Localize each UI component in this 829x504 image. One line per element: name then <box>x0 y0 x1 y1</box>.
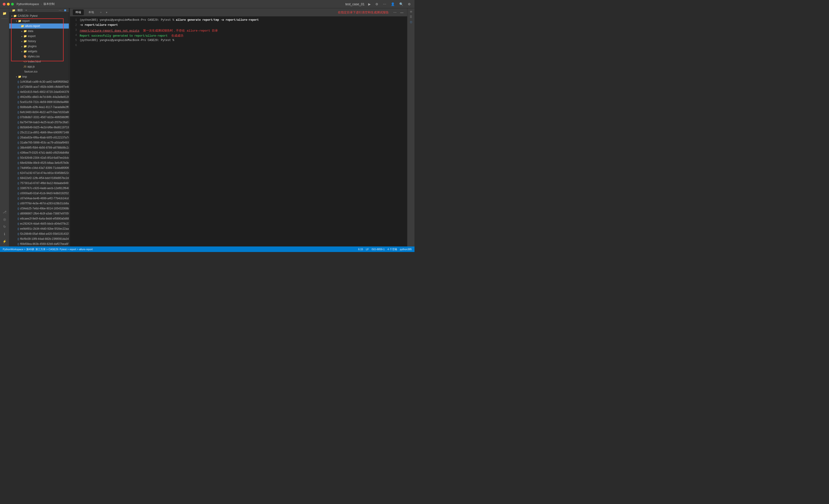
list-item[interactable]: 🎨styles.css <box>9 54 69 59</box>
list-item[interactable]: ▸📁widgets <box>9 49 69 54</box>
sidebar-plugin-icon[interactable]: ⚡ <box>1 238 8 245</box>
more-icon[interactable]: ⋯ <box>382 2 387 6</box>
list-item[interactable]: favicon.ico <box>9 69 69 74</box>
list-item[interactable]: {}8b5b6649-0d25-4e2d-bf6e-9bd8119719dc-r… <box>9 125 69 130</box>
panel-title: 项目 <box>17 8 23 12</box>
sidebar-folder-icon[interactable]: 📁 <box>1 10 8 16</box>
file-icon: </> <box>24 60 27 63</box>
minimize-button[interactable] <box>7 3 10 5</box>
file-icon: 🎨 <box>24 55 27 58</box>
list-item[interactable]: ▸📁history <box>9 39 69 44</box>
list-item[interactable]: {}ee9d491c-2b34-44d0-92be-5f16ec22aa96-c… <box>9 226 69 231</box>
sidebar-git-icon[interactable]: ⎇ <box>1 209 8 215</box>
list-item[interactable]: {}6b8bdafb-d2fb-4ea1-8117-7aeada8e2ff2-c… <box>9 105 69 110</box>
file-label: 6247a192-671d-474a-b91e-93458b522cab-res… <box>20 171 69 175</box>
tree-arrow-icon: ▸ <box>20 30 24 33</box>
list-item[interactable]: {}c67e04aa-be46-4699-a4f2-77b4cb14cdad-c… <box>9 196 69 201</box>
right-sidebar-icon-2[interactable]: ☰ <box>410 15 412 19</box>
tab-dropdown-icon[interactable]: ▾ <box>106 11 107 14</box>
list-item[interactable]: ▸📁data <box>9 29 69 34</box>
terminal-more-icon[interactable]: ⋯ <box>392 10 397 15</box>
list-item[interactable]: ▾📁allure-report <box>9 24 69 29</box>
list-item[interactable]: {}cf34eb25-7e6d-49be-9014-165432068b8b-c… <box>9 206 69 211</box>
list-item[interactable]: {}6efc3483-8d34-4b22-ad7f-0aa7d192a884-c… <box>9 110 69 115</box>
list-item[interactable]: {}ec292424-4da4-4b05-bbcb-d04e079c2395-c… <box>9 221 69 226</box>
list-item[interactable]: {}c697f76d-4e3e-467d-a283-b28b31cb8a4e-r… <box>9 201 69 206</box>
tree-arrow-icon: ▸ <box>20 40 24 43</box>
file-label: 757301a3-67d7-4f8d-9a12-fddaabe94911-con… <box>20 181 69 185</box>
file-label: 50c92648-2304-42a5-8f1d-6a97ee16cb76-res… <box>20 156 69 159</box>
file-label: 4e92c815-f4e5-4802-8720-2da404437936-con… <box>20 90 69 94</box>
list-item[interactable]: {}f2c28848-05af-48bd-a420-55b519143256-r… <box>9 231 69 236</box>
tree-root[interactable]: ▾ 📁 CASE29: Pytest <box>9 13 69 19</box>
sidebar-info-icon[interactable]: ℹ <box>1 231 8 237</box>
file-label: history <box>28 40 36 43</box>
list-item[interactable]: {}1d728b56-ace7-492b-b086-cfb8d4f7e4bd-c… <box>9 84 69 89</box>
list-item[interactable]: {}4e92c815-f4e5-4802-8720-2da404437936-c… <box>9 89 69 95</box>
list-item[interactable]: </>index.html <box>9 59 69 64</box>
panel-collapse-icon[interactable] <box>64 9 66 11</box>
file-icon: {} <box>17 111 19 114</box>
search-icon[interactable]: 🔍 <box>398 2 404 6</box>
list-item[interactable]: {}68422ef2-12fb-4f54-bdcf-f189d957bc2d-r… <box>9 176 69 181</box>
file-icon: {} <box>17 232 19 235</box>
list-item[interactable]: ▸📁export <box>9 34 69 39</box>
list-item[interactable]: {}8a754784-bab3-4e25-bca0-2f37bc3fa07d-c… <box>9 120 69 125</box>
settings-icon[interactable]: ⚙ <box>407 2 412 6</box>
encoding: LF <box>366 248 369 251</box>
line-content: (python385) yangkai@yangkaideMacBook-Pro… <box>80 19 404 22</box>
sidebar-branch-icon[interactable]: ◎ <box>1 216 8 222</box>
close-button[interactable] <box>3 3 5 5</box>
tab-terminal[interactable]: 终端 <box>73 9 84 15</box>
list-item[interactable]: {}c0000ad0-02af-41cb-94d3-fe8b0192f328-r… <box>9 191 69 196</box>
file-icon: {} <box>17 161 19 164</box>
file-label: cf34eb25-7e6d-49be-9014-165432068b8b-con… <box>20 207 69 210</box>
list-item[interactable]: ▾📁report <box>9 19 69 24</box>
line-content: Report successfully generated to report/… <box>80 34 404 38</box>
right-sidebar-icon-3[interactable]: ◻ <box>410 20 412 24</box>
list-item[interactable]: {}6247a192-671d-474a-b91e-93458b522cab-r… <box>9 171 69 176</box>
list-item[interactable]: {}f6cf9c09-10f9-44ad-882b-23f6f091da34-c… <box>9 236 69 242</box>
maximize-button[interactable] <box>11 3 14 5</box>
menu-version-control[interactable]: 版本控制 <box>43 2 55 6</box>
list-item[interactable]: {}d8998867-2fb4-4b3f-a3ab-73887e970598-r… <box>9 211 69 216</box>
debug-icon[interactable]: ⚙ <box>374 2 379 6</box>
list-item[interactable]: {}26aba92e-6f8a-4bab-b0f3-c6122137a7c4-c… <box>9 135 69 140</box>
line-number: 4 <box>73 34 80 37</box>
list-item[interactable]: {}757301a3-67d7-4f8d-9a12-fddaabe94911-c… <box>9 181 69 186</box>
list-item[interactable]: {}3385767c-c920-4add-aecb-12ef812f648f-c… <box>9 186 69 191</box>
line-number: 6 <box>73 44 80 47</box>
list-item[interactable]: ▾📁tmp <box>9 74 69 79</box>
terminal-line: 6 <box>73 44 404 48</box>
tab-local[interactable]: 本地 <box>86 9 97 15</box>
list-item[interactable]: {}43f6ee7f-0325-47d1-bb60-cf9254b84fbb-r… <box>9 150 69 155</box>
list-item[interactable]: {}07b9b8b7-3331-4587-b02e-46f65960ff0b-c… <box>9 115 69 120</box>
tree-arrow-icon: ▸ <box>20 45 24 48</box>
play-icon[interactable]: ▶ <box>367 2 372 6</box>
tab-add-icon[interactable]: ＋ <box>99 10 103 14</box>
root-label: CASE29: Pytest <box>18 14 38 17</box>
list-item[interactable]: {}1cf436a6-ca99-4c30-ae82-bdf0f6958d2a-r… <box>9 79 69 84</box>
list-item[interactable]: {}5ce51c59-722c-4b59-999f-933fe9a4f88b-c… <box>9 100 69 105</box>
list-item[interactable]: {}31a8e765-5898-453c-ac79-a50daf9493a7-c… <box>9 140 69 145</box>
list-item[interactable]: {}f69d58ea-863b-4569-82b9-daff27bea6f7-c… <box>9 242 69 247</box>
sidebar-sync-icon[interactable]: ↻ <box>1 223 8 230</box>
terminal-minimize-icon[interactable]: — <box>399 10 404 15</box>
panel-more-icon[interactable]: ⋯ <box>59 9 62 12</box>
list-item[interactable]: {}74df4f0e-c34d-43a7-8399-71cbbd95f0f8-c… <box>9 166 69 171</box>
file-icon: {} <box>17 116 19 119</box>
list-item[interactable]: JSapp.js <box>9 64 69 69</box>
list-item[interactable]: {}4f42e95c-d8d3-4e7d-84fc-44a3e8e8128e-c… <box>9 95 69 100</box>
file-icon: {} <box>17 243 19 245</box>
list-item[interactable]: {}50c92648-2304-42a5-8f1d-6a97ee16cb76-r… <box>9 155 69 160</box>
list-item[interactable]: {}38b448f5-f584-4b56-8789-a9788b06c2a2-r… <box>9 145 69 150</box>
titlebar-right: test_case_01 ▶ ⚙ ⋯ 👤 🔍 ⚙ <box>346 2 412 6</box>
list-item[interactable]: {}25c2111a-d951-4b66-9fee-b900f67148b4-c… <box>9 130 69 135</box>
terminal-header: 终端 本地 ＋ ▾ 在指定目录下进行清空和生成测试报告 ⋯ — <box>70 8 407 16</box>
list-item[interactable]: {}68e9268e-89c9-4525-b8aa-3e6cf57b0bad-c… <box>9 160 69 166</box>
list-item[interactable]: ▸📁plugins <box>9 44 69 49</box>
user-icon[interactable]: 👤 <box>390 2 396 6</box>
file-label: 07b9b8b7-3331-4587-b02e-46f65960ff0b-con… <box>20 116 69 119</box>
right-sidebar-icon-1[interactable]: ✉ <box>410 10 412 13</box>
list-item[interactable]: {}e8caee2f-9e0f-4a4a-8eb8-ef5890a0d683-c… <box>9 216 69 221</box>
